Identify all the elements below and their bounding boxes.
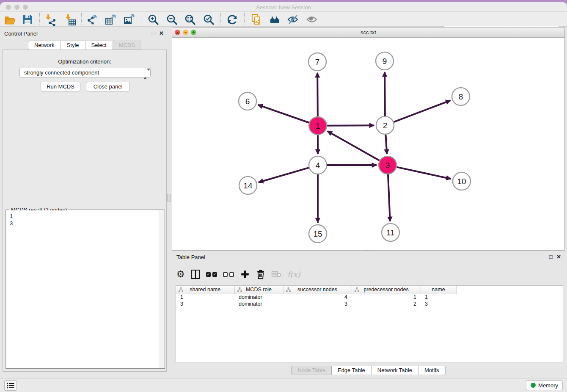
node-label: 11 <box>386 228 395 237</box>
mcds-result-list[interactable]: 13 <box>6 210 159 368</box>
network-canvas[interactable]: 7968124314101511 <box>172 38 564 250</box>
table-cell[interactable]: 1 <box>352 294 421 301</box>
close-panel-button[interactable]: Close panel <box>86 82 130 91</box>
node-9[interactable]: 9 <box>376 52 394 70</box>
close-table-panel-icon[interactable]: ✕ <box>556 254 561 260</box>
node-2[interactable]: 2 <box>376 116 394 134</box>
zoom-out-icon[interactable] <box>165 13 178 26</box>
column-type-icon <box>179 287 183 292</box>
node-1[interactable]: 1 <box>309 117 327 135</box>
network-window-titlebar[interactable]: ✕ – + scc.txt <box>172 28 564 38</box>
table-cell[interactable]: 1 <box>176 294 234 301</box>
edge-3-10[interactable] <box>396 167 451 179</box>
edge-1-2[interactable] <box>327 125 374 126</box>
col-name[interactable]: name <box>421 286 456 294</box>
edge-1-7[interactable] <box>317 73 318 116</box>
table-cell[interactable]: 3 <box>421 301 456 307</box>
memory-button[interactable]: Memory <box>526 380 563 390</box>
table-row[interactable]: 1dominator411 <box>176 294 563 301</box>
edge-1-6[interactable] <box>258 105 309 123</box>
edge-2-8[interactable] <box>394 100 451 122</box>
tab-style[interactable]: Style <box>61 41 85 50</box>
select-all-columns-icon[interactable]: ✓✓ <box>206 269 217 280</box>
float-table-panel-icon[interactable]: □ <box>549 254 553 260</box>
deselect-all-columns-icon[interactable] <box>223 269 234 280</box>
add-column-icon[interactable] <box>240 269 250 280</box>
export-table-icon[interactable] <box>104 13 117 26</box>
node-label: 14 <box>243 181 253 190</box>
node-7[interactable]: 7 <box>308 53 326 71</box>
column-view-icon[interactable] <box>191 269 200 280</box>
node-table: shared name MCDS role successor nodes pr… <box>176 285 563 362</box>
save-session-icon[interactable] <box>21 13 34 26</box>
table-cell[interactable]: 1 <box>421 294 456 301</box>
node-14[interactable]: 14 <box>239 177 257 194</box>
table-row[interactable]: 3dominator323 <box>176 301 563 307</box>
edge-3-1[interactable] <box>328 131 380 160</box>
import-table-icon[interactable] <box>64 13 77 26</box>
tab-edge-table[interactable]: Edge Table <box>332 366 372 375</box>
table-cell[interactable]: 3 <box>283 301 352 307</box>
float-panel-icon[interactable]: □ <box>152 30 155 36</box>
column-type-icon <box>286 287 291 292</box>
result-scrollbar[interactable] <box>159 210 164 368</box>
node-6[interactable]: 6 <box>239 92 256 110</box>
export-image-icon[interactable] <box>123 13 135 26</box>
edge-2-9[interactable] <box>385 72 385 116</box>
table-cell[interactable]: 2 <box>352 301 421 307</box>
column-type-icon <box>355 287 359 292</box>
table-cell[interactable]: dominator <box>234 301 283 307</box>
table-options-icon[interactable]: ⚙ <box>176 269 185 280</box>
edge-layer[interactable] <box>258 72 451 223</box>
duplicate-network-icon[interactable] <box>250 13 262 26</box>
zoom-fit-icon[interactable] <box>184 13 196 26</box>
col-successor-nodes[interactable]: successor nodes <box>283 286 352 294</box>
task-history-button[interactable] <box>4 380 17 391</box>
table-cell[interactable]: 3 <box>176 301 234 307</box>
tab-node-table[interactable]: Node Table <box>291 366 332 375</box>
apply-layout-icon[interactable] <box>226 13 239 26</box>
app-titlebar[interactable]: Session: New Session <box>0 2 567 12</box>
tab-mcds[interactable]: MCDS <box>113 41 141 50</box>
tab-network-table[interactable]: Network Table <box>372 366 418 375</box>
open-session-icon[interactable] <box>3 13 16 26</box>
hide-graphics-details-icon[interactable] <box>286 13 299 26</box>
import-network-icon[interactable] <box>44 13 57 26</box>
main-toolbar <box>0 12 567 27</box>
table-cell[interactable] <box>456 294 563 301</box>
first-neighbors-icon[interactable] <box>268 13 281 26</box>
show-graphics-details-icon[interactable] <box>306 13 318 26</box>
edge-3-11[interactable] <box>388 174 390 221</box>
col-filler <box>456 286 563 294</box>
node-11[interactable]: 11 <box>382 224 399 241</box>
col-shared-name[interactable]: shared name <box>176 286 234 294</box>
export-network-icon[interactable] <box>86 13 99 26</box>
table-cell[interactable] <box>456 301 563 307</box>
tab-select[interactable]: Select <box>85 41 113 50</box>
table-toolbar: ⚙ ✓✓ f(x) <box>176 268 300 281</box>
table-cell[interactable]: dominator <box>234 294 283 301</box>
edge-2-3[interactable] <box>385 135 387 154</box>
delete-table-icon[interactable] <box>271 269 281 280</box>
close-panel-icon[interactable]: ✕ <box>159 30 164 36</box>
vertical-splitter-grip[interactable] <box>167 194 171 202</box>
table-cell[interactable]: 4 <box>283 294 352 301</box>
zoom-selected-icon[interactable] <box>202 13 215 26</box>
toolbar-separator <box>81 13 82 25</box>
zoom-in-icon[interactable] <box>147 13 160 26</box>
node-10[interactable]: 10 <box>453 172 471 190</box>
edge-4-14[interactable] <box>259 168 309 182</box>
col-mcds-role[interactable]: MCDS role <box>234 286 283 294</box>
delete-columns-icon[interactable] <box>256 269 265 280</box>
table-header-row: shared name MCDS role successor nodes pr… <box>176 286 563 294</box>
node-3[interactable]: 3 <box>379 156 396 174</box>
tab-motifs[interactable]: Motifs <box>418 366 446 375</box>
node-15[interactable]: 15 <box>309 225 327 243</box>
tab-network[interactable]: Network <box>28 41 61 50</box>
node-4[interactable]: 4 <box>309 156 327 174</box>
col-predecessor-nodes[interactable]: predecessor nodes <box>352 286 421 294</box>
run-mcds-button[interactable]: Run MCDS <box>41 82 80 91</box>
function-builder-icon[interactable]: f(x) <box>287 269 300 280</box>
criterion-select[interactable]: strongly connected component <box>19 68 151 77</box>
node-8[interactable]: 8 <box>452 88 470 105</box>
